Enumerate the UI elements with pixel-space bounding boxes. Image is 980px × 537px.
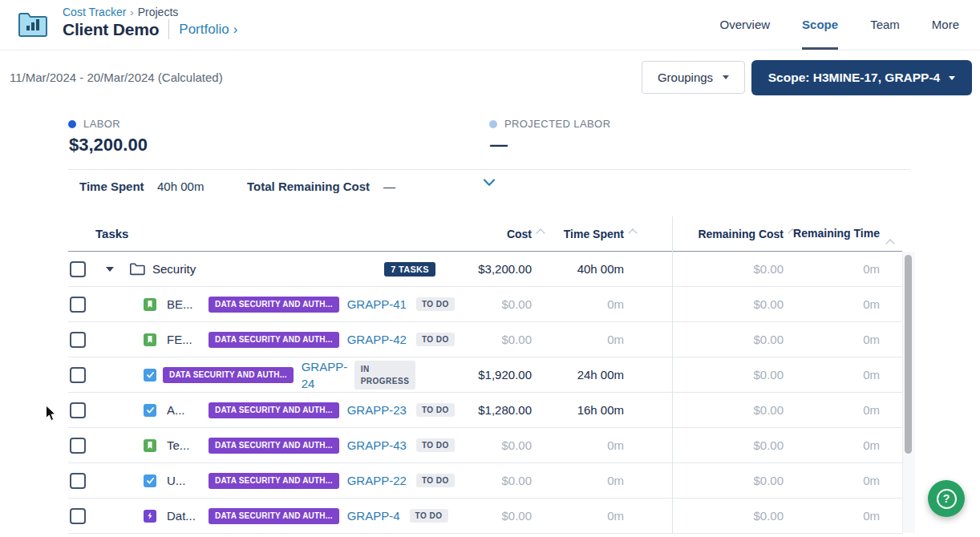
task-cell: DATA SECURITY AND AUTH... GRAPP-24 IN PR… (68, 358, 439, 392)
issue-key-link[interactable]: GRAPP-41 (347, 297, 407, 311)
sort-caret-icon (885, 239, 894, 248)
task-cell: U... DATA SECURITY AND AUTH... GRAPP-22 … (68, 473, 439, 489)
time-spent-value: 0m (532, 297, 624, 311)
breadcrumb-separator: › (130, 6, 133, 18)
remaining-cost-value: $0.00 (672, 368, 784, 382)
cost-value: $0.00 (439, 474, 532, 487)
time-spent-value: 0m (532, 438, 624, 452)
epic-label-badge[interactable]: DATA SECURITY AND AUTH... (209, 332, 339, 348)
remaining-time-value: 0m (784, 368, 880, 382)
portfolio-link[interactable]: Portfolio› (179, 22, 237, 38)
issue-key-link[interactable]: GRAPP-4 (347, 509, 400, 523)
labor-dot-icon (68, 120, 76, 128)
cost-value: $1,280.00 (439, 403, 532, 417)
row-checkbox[interactable] (70, 438, 86, 454)
vertical-scrollbar-thumb[interactable] (905, 255, 912, 454)
story-icon (144, 298, 156, 311)
column-header-remaining-time[interactable]: Remaining Time (784, 225, 880, 243)
time-spent-label: Time Spent (79, 180, 144, 193)
table-row: BE... DATA SECURITY AND AUTH... GRAPP-41… (68, 287, 902, 322)
epic-label-badge[interactable]: DATA SECURITY AND AUTH... (163, 367, 294, 383)
folder-icon (129, 262, 145, 276)
row-checkbox[interactable] (70, 402, 86, 418)
column-header-cost[interactable]: Cost (439, 228, 532, 240)
table-body: BE... DATA SECURITY AND AUTH... GRAPP-41… (68, 287, 902, 534)
table-row: U... DATA SECURITY AND AUTH... GRAPP-22 … (68, 463, 902, 499)
cost-tracker-scope-page: Cost Tracker›Projects Client Demo Portfo… (0, 0, 980, 537)
group-checkbox[interactable] (70, 261, 86, 277)
table-row: DATA SECURITY AND AUTH... GRAPP-24 IN PR… (68, 357, 902, 393)
tab-more[interactable]: More (932, 0, 959, 50)
question-mark-icon: ? (937, 489, 957, 509)
task-title: FE... (167, 333, 202, 346)
task-cell: Te... DATA SECURITY AND AUTH... GRAPP-43… (68, 438, 439, 454)
issue-key-link[interactable]: GRAPP-22 (347, 474, 407, 487)
cost-value: $0.00 (439, 438, 532, 452)
task-cell: BE... DATA SECURITY AND AUTH... GRAPP-41… (68, 297, 439, 313)
group-name: Security (152, 262, 196, 276)
tab-team[interactable]: Team (870, 0, 900, 50)
row-checkbox[interactable] (70, 508, 86, 524)
row-checkbox[interactable] (70, 332, 86, 348)
collapse-summary-chevron-icon[interactable] (483, 176, 496, 191)
task-icon (144, 474, 156, 487)
tasks-cost-table: Tasks Cost Time Spent Remaining Cost Rem… (68, 216, 902, 534)
cost-value: $1,920.00 (439, 368, 532, 382)
projected-labor-dot-icon (489, 120, 497, 128)
issue-key-link[interactable]: GRAPP-42 (347, 333, 407, 346)
task-title: A... (167, 403, 202, 417)
column-divider (672, 216, 673, 533)
status-badge[interactable]: IN PROGRESS (354, 361, 415, 390)
issue-key-link[interactable]: GRAPP-43 (347, 438, 407, 452)
remaining-time-value: 0m (784, 509, 880, 523)
time-spent-value: 24h 00m (532, 368, 624, 382)
issue-key-link[interactable]: GRAPP-24 (302, 358, 345, 392)
table-row: Dat... DATA SECURITY AND AUTH... GRAPP-4… (68, 499, 902, 534)
remaining-time-value: 0m (784, 438, 880, 452)
labor-summary: LABOR $3,200.00 (68, 118, 148, 155)
epic-label-badge[interactable]: DATA SECURITY AND AUTH... (209, 297, 339, 313)
date-range-label: 11/Mar/2024 - 20/Mar/2024 (Calculated) (10, 71, 223, 84)
summary-divider (68, 169, 910, 170)
row-checkbox[interactable] (70, 297, 86, 313)
task-icon (144, 369, 156, 382)
title-divider (168, 19, 169, 39)
table-header-row: Tasks Cost Time Spent Remaining Cost Rem… (68, 216, 902, 252)
column-header-time-spent[interactable]: Time Spent (532, 228, 624, 240)
projected-labor-label: PROJECTED LABOR (504, 118, 610, 130)
remaining-cost-value: $0.00 (672, 403, 784, 417)
tab-overview[interactable]: Overview (720, 0, 771, 50)
group-remaining-cost-value: $0.00 (672, 262, 784, 276)
issue-key-link[interactable]: GRAPP-23 (347, 403, 407, 417)
table-row: A... DATA SECURITY AND AUTH... GRAPP-23 … (68, 393, 902, 428)
labor-value: $3,200.00 (69, 135, 148, 155)
remaining-cost-value: $0.00 (672, 474, 784, 487)
remaining-cost-value: $0.00 (672, 509, 784, 523)
help-button[interactable]: ? (928, 480, 965, 517)
task-title: U... (167, 474, 202, 487)
tab-scope[interactable]: Scope (802, 0, 838, 50)
app-header: Cost Tracker›Projects Client Demo Portfo… (0, 0, 980, 50)
labor-label: LABOR (83, 118, 120, 130)
epic-label-badge[interactable]: DATA SECURITY AND AUTH... (209, 473, 339, 489)
epic-label-badge[interactable]: DATA SECURITY AND AUTH... (209, 508, 339, 524)
row-checkbox[interactable] (70, 367, 86, 383)
time-spent-value: 16h 00m (532, 403, 624, 417)
expand-collapse-caret-icon[interactable] (106, 267, 114, 272)
total-remaining-cost-value: — (383, 180, 395, 193)
remaining-time-value: 0m (784, 403, 880, 417)
remaining-time-value: 0m (784, 333, 880, 346)
row-checkbox[interactable] (70, 473, 86, 489)
chevron-down-icon (949, 76, 955, 80)
scope-dropdown-button[interactable]: Scope: H3MINE-17, GRAPP-4 (751, 60, 972, 95)
breadcrumb-root-link[interactable]: Cost Tracker (63, 6, 126, 18)
breadcrumb-current: Projects (138, 6, 179, 18)
remaining-cost-value: $0.00 (672, 297, 784, 311)
epic-label-badge[interactable]: DATA SECURITY AND AUTH... (209, 402, 339, 418)
cost-tracker-logo-icon (18, 11, 48, 38)
task-cell: A... DATA SECURITY AND AUTH... GRAPP-23 … (68, 402, 439, 418)
epic-label-badge[interactable]: DATA SECURITY AND AUTH... (209, 438, 339, 454)
groupings-dropdown-button[interactable]: Groupings (642, 61, 745, 94)
story-icon (144, 439, 156, 452)
column-header-remaining-cost[interactable]: Remaining Cost (672, 228, 784, 240)
